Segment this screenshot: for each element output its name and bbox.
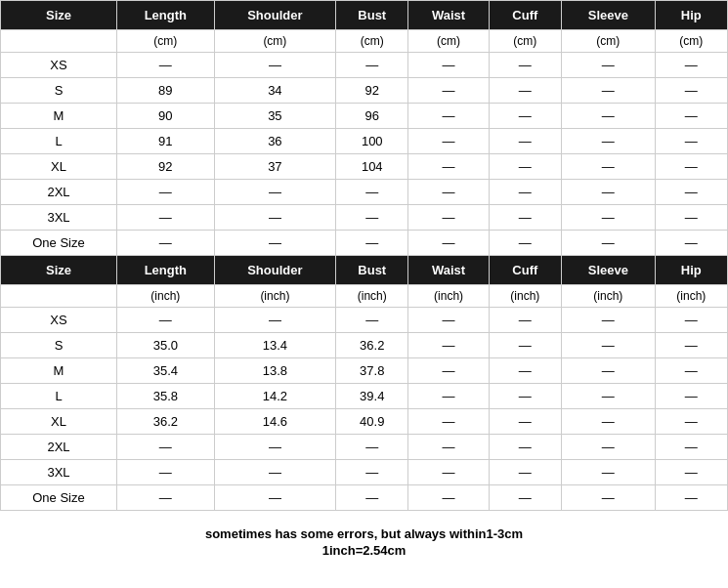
cell-m-shoulder-cm: 35 bbox=[214, 104, 335, 129]
cell-onesize-sleeve-cm: — bbox=[562, 231, 656, 256]
cell-xl-size-inch: XL bbox=[1, 409, 117, 435]
inch-sub-2: (inch) bbox=[214, 285, 335, 308]
cell-xs-shoulder-cm: — bbox=[214, 53, 335, 78]
cell-l-hip-cm: — bbox=[655, 129, 727, 154]
cell-3xl-waist-inch: — bbox=[408, 460, 489, 485]
cell-l-size-cm: L bbox=[1, 129, 117, 154]
cell-3xl-sleeve-inch: — bbox=[562, 460, 656, 485]
cell-m-bust-inch: 37.8 bbox=[336, 358, 408, 384]
table-row: M 35.4 13.8 37.8 — — — — bbox=[1, 358, 728, 384]
cell-xl-waist-cm: — bbox=[408, 154, 489, 180]
cell-3xl-cuff-cm: — bbox=[489, 205, 561, 231]
size-table: Size Length Shoulder Bust Waist Cuff Sle… bbox=[0, 0, 728, 511]
cm-sub-3: (cm) bbox=[336, 30, 408, 53]
cell-onesize-hip-inch: — bbox=[655, 485, 727, 511]
cm-sub-7: (cm) bbox=[655, 30, 727, 53]
cell-xs-size-cm: XS bbox=[1, 53, 117, 78]
cell-l-sleeve-inch: — bbox=[562, 384, 656, 409]
table-row: S 89 34 92 — — — — bbox=[1, 78, 728, 104]
cell-s-hip-cm: — bbox=[655, 78, 727, 104]
cell-onesize-bust-inch: — bbox=[336, 485, 408, 511]
cell-m-hip-cm: — bbox=[655, 104, 727, 129]
inch-header-row: Size Length Shoulder Bust Waist Cuff Sle… bbox=[1, 256, 728, 285]
cell-s-length-cm: 89 bbox=[117, 78, 215, 104]
cm-sub-0 bbox=[1, 30, 117, 53]
cm-header-hip: Hip bbox=[655, 1, 727, 30]
cell-m-sleeve-inch: — bbox=[562, 358, 656, 384]
table-row: One Size — — — — — — — bbox=[1, 485, 728, 511]
cell-l-shoulder-cm: 36 bbox=[214, 129, 335, 154]
cell-m-shoulder-inch: 13.8 bbox=[214, 358, 335, 384]
cell-xs-cuff-cm: — bbox=[489, 53, 561, 78]
table-row: 3XL — — — — — — — bbox=[1, 205, 728, 231]
table-row: One Size — — — — — — — bbox=[1, 231, 728, 256]
inch-header-cuff: Cuff bbox=[489, 256, 561, 285]
cell-2xl-length-cm: — bbox=[117, 180, 215, 205]
inch-header-shoulder: Shoulder bbox=[214, 256, 335, 285]
cell-onesize-size-cm: One Size bbox=[1, 231, 117, 256]
cell-xs-size-inch: XS bbox=[1, 308, 117, 333]
footer-line1: sometimes has some errors, but always wi… bbox=[0, 526, 728, 541]
cell-s-waist-inch: — bbox=[408, 333, 489, 358]
cell-s-size-cm: S bbox=[1, 78, 117, 104]
cell-s-cuff-cm: — bbox=[489, 78, 561, 104]
cell-l-cuff-cm: — bbox=[489, 129, 561, 154]
cm-sub-1: (cm) bbox=[117, 30, 215, 53]
cell-xl-cuff-cm: — bbox=[489, 154, 561, 180]
cell-xl-bust-inch: 40.9 bbox=[336, 409, 408, 435]
cell-m-sleeve-cm: — bbox=[562, 104, 656, 129]
cell-onesize-bust-cm: — bbox=[336, 231, 408, 256]
cell-l-length-inch: 35.8 bbox=[117, 384, 215, 409]
cell-l-size-inch: L bbox=[1, 384, 117, 409]
cell-m-length-inch: 35.4 bbox=[117, 358, 215, 384]
cell-3xl-cuff-inch: — bbox=[489, 460, 561, 485]
table-row: S 35.0 13.4 36.2 — — — — bbox=[1, 333, 728, 358]
cell-xs-length-cm: — bbox=[117, 53, 215, 78]
cell-xs-hip-cm: — bbox=[655, 53, 727, 78]
cm-header-waist: Waist bbox=[408, 1, 489, 30]
cell-xs-bust-inch: — bbox=[336, 308, 408, 333]
footer-line2: 1inch=2.54cm bbox=[0, 543, 728, 558]
cell-m-cuff-inch: — bbox=[489, 358, 561, 384]
cell-onesize-hip-cm: — bbox=[655, 231, 727, 256]
inch-subheader-row: (inch) (inch) (inch) (inch) (inch) (inch… bbox=[1, 285, 728, 308]
cell-3xl-hip-inch: — bbox=[655, 460, 727, 485]
cell-onesize-length-inch: — bbox=[117, 485, 215, 511]
cell-onesize-waist-cm: — bbox=[408, 231, 489, 256]
cell-3xl-size-inch: 3XL bbox=[1, 460, 117, 485]
cm-subheader-row: (cm) (cm) (cm) (cm) (cm) (cm) (cm) bbox=[1, 30, 728, 53]
cell-s-sleeve-inch: — bbox=[562, 333, 656, 358]
cell-2xl-cuff-cm: — bbox=[489, 180, 561, 205]
cell-xl-waist-inch: — bbox=[408, 409, 489, 435]
cell-l-length-cm: 91 bbox=[117, 129, 215, 154]
cell-m-length-cm: 90 bbox=[117, 104, 215, 129]
cell-xl-hip-inch: — bbox=[655, 409, 727, 435]
cell-3xl-waist-cm: — bbox=[408, 205, 489, 231]
inch-header-hip: Hip bbox=[655, 256, 727, 285]
cm-sub-6: (cm) bbox=[562, 30, 656, 53]
cell-l-cuff-inch: — bbox=[489, 384, 561, 409]
cell-3xl-shoulder-inch: — bbox=[214, 460, 335, 485]
cell-xs-cuff-inch: — bbox=[489, 308, 561, 333]
cell-2xl-sleeve-cm: — bbox=[562, 180, 656, 205]
cell-xl-length-cm: 92 bbox=[117, 154, 215, 180]
cm-header-cuff: Cuff bbox=[489, 1, 561, 30]
cell-onesize-size-inch: One Size bbox=[1, 485, 117, 511]
inch-header-length: Length bbox=[117, 256, 215, 285]
table-row: M 90 35 96 — — — — bbox=[1, 104, 728, 129]
cell-xs-sleeve-inch: — bbox=[562, 308, 656, 333]
cell-l-waist-inch: — bbox=[408, 384, 489, 409]
cell-3xl-bust-cm: — bbox=[336, 205, 408, 231]
inch-sub-1: (inch) bbox=[117, 285, 215, 308]
cm-header-length: Length bbox=[117, 1, 215, 30]
cell-xl-size-cm: XL bbox=[1, 154, 117, 180]
inch-header-bust: Bust bbox=[336, 256, 408, 285]
cell-s-waist-cm: — bbox=[408, 78, 489, 104]
cell-xs-hip-inch: — bbox=[655, 308, 727, 333]
cell-s-size-inch: S bbox=[1, 333, 117, 358]
cell-onesize-shoulder-cm: — bbox=[214, 231, 335, 256]
cell-2xl-bust-inch: — bbox=[336, 435, 408, 460]
cell-m-waist-inch: — bbox=[408, 358, 489, 384]
cell-onesize-cuff-inch: — bbox=[489, 485, 561, 511]
cell-2xl-hip-cm: — bbox=[655, 180, 727, 205]
